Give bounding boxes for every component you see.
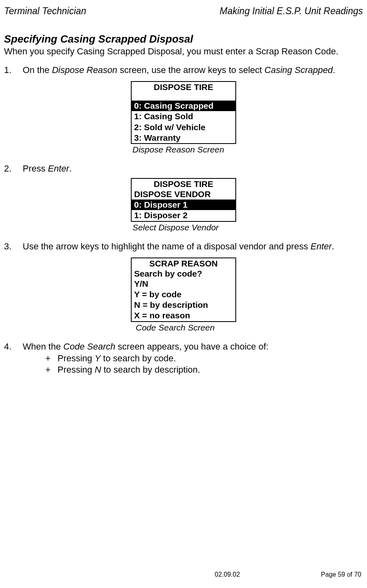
step-1-italic-b: Casing Scrapped xyxy=(265,65,333,75)
step-2-italic-a: Enter xyxy=(48,163,69,174)
step-4-text-a: When the xyxy=(23,341,63,352)
sub1-italic: Y xyxy=(95,353,101,363)
step-3-text-b: . xyxy=(332,241,334,251)
sub-item-text: Pressing Y to search by code. xyxy=(58,353,176,365)
section-title: Specifying Casing Scrapped Disposal xyxy=(4,33,363,45)
step-2: 2. Press Enter. xyxy=(4,163,363,174)
bullet-icon: + xyxy=(44,353,58,365)
step-3-italic-a: Enter xyxy=(311,241,332,251)
bullet-icon: + xyxy=(44,364,58,376)
screen-row-selected: 0: Disposer 1 xyxy=(132,200,235,210)
screen-row: Y = by code xyxy=(132,289,235,300)
screen-title: SCRAP REASON xyxy=(132,258,235,269)
step-2-text-b: . xyxy=(69,163,72,174)
step-3-body: Use the arrow keys to highlight the name… xyxy=(23,241,363,252)
screen-title: DISPOSE TIRE xyxy=(132,82,235,92)
screen-title: DISPOSE TIRE xyxy=(132,179,235,189)
step-4-body: When the Code Search screen appears, you… xyxy=(23,341,363,376)
step-1-text-b: screen, use the arrow keys to select xyxy=(117,65,265,75)
footer-page: Page 59 of 70 xyxy=(321,571,361,578)
step-4-text-b: screen appears, you have a choice of: xyxy=(115,341,269,352)
screen-row-selected: 0: Casing Scrapped xyxy=(132,101,235,111)
dispose-reason-screen: DISPOSE TIRE 0: Casing Scrapped 1: Casin… xyxy=(131,81,236,144)
step-4: 4. When the Code Search screen appears, … xyxy=(4,341,363,376)
screen-caption: Code Search Screen xyxy=(131,323,236,333)
step-1: 1. On the Dispose Reason screen, use the… xyxy=(4,65,363,75)
header-right: Making Initial E.S.P. Unit Readings xyxy=(220,6,363,17)
sub2-post: to search by description. xyxy=(101,365,201,375)
step-3: 3. Use the arrow keys to highlight the n… xyxy=(4,241,363,252)
sub2-pre: Pressing xyxy=(58,365,95,375)
sub1-pre: Pressing xyxy=(58,353,95,363)
screen-row: Search by code? xyxy=(132,269,235,279)
step-4-sublist: + Pressing Y to search by code. + Pressi… xyxy=(44,353,363,376)
screen-subhead: DISPOSE VENDOR xyxy=(132,189,235,200)
screen-row: 1: Casing Sold xyxy=(132,111,235,122)
page-footer: 02.09.02 Page 59 of 70 xyxy=(0,571,367,578)
screen-row: Y/N xyxy=(132,279,235,289)
dispose-vendor-screen: DISPOSE TIRE DISPOSE VENDOR 0: Disposer … xyxy=(131,178,236,222)
sub-item-text: Pressing N to search by description. xyxy=(58,364,200,376)
step-2-number: 2. xyxy=(4,163,23,174)
step-3-number: 3. xyxy=(4,241,23,252)
screen-spacer xyxy=(132,92,235,101)
sub-item: + Pressing Y to search by code. xyxy=(44,353,363,365)
step-3-text-a: Use the arrow keys to highlight the name… xyxy=(23,241,311,251)
step-1-italic-a: Dispose Reason xyxy=(52,65,117,75)
step-1-text-c: . xyxy=(333,65,335,75)
screen-caption: Select Dispose Vendor xyxy=(131,223,236,232)
step-2-text-a: Press xyxy=(23,163,48,174)
footer-date: 02.09.02 xyxy=(215,571,240,578)
step-1-body: On the Dispose Reason screen, use the ar… xyxy=(23,65,363,75)
step-4-number: 4. xyxy=(4,341,23,376)
sub1-post: to search by code. xyxy=(100,353,176,363)
screen-row: 1: Disposer 2 xyxy=(132,210,235,221)
header-left: Terminal Technician xyxy=(4,6,86,17)
screen-caption: Dispose Reason Screen xyxy=(131,145,236,155)
screen-row: 2: Sold w/ Vehicle xyxy=(132,122,235,133)
screen-row: 3: Warranty xyxy=(132,133,235,143)
step-1-number: 1. xyxy=(4,65,23,75)
screen-row: X = no reason xyxy=(132,310,235,321)
code-search-screen: SCRAP REASON Search by code? Y/N Y = by … xyxy=(131,258,236,322)
page-header: Terminal Technician Making Initial E.S.P… xyxy=(4,6,363,17)
step-4-italic-a: Code Search xyxy=(63,341,115,352)
screen-row: N = by description xyxy=(132,300,235,310)
intro-text: When you specify Casing Scrapped Disposa… xyxy=(4,46,363,57)
sub-item: + Pressing N to search by description. xyxy=(44,364,363,376)
step-2-body: Press Enter. xyxy=(23,163,363,174)
step-1-text-a: On the xyxy=(23,65,52,75)
sub2-italic: N xyxy=(95,365,101,375)
